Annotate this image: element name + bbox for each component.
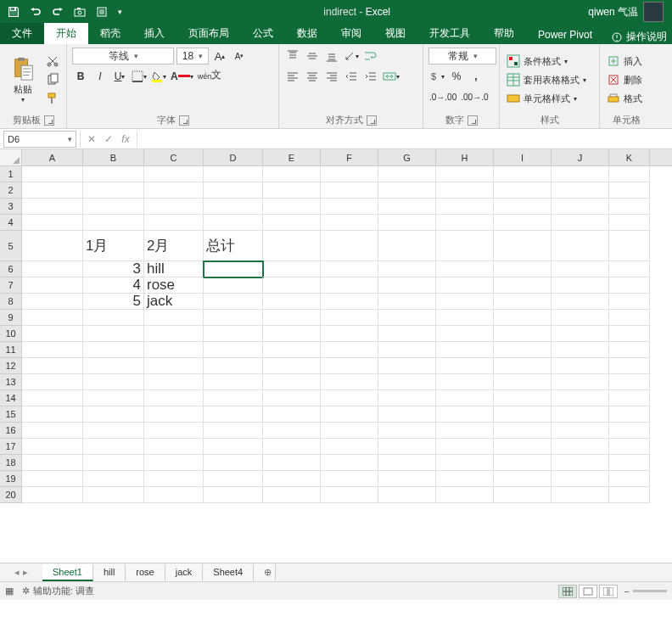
cell-A4[interactable] xyxy=(22,215,83,231)
row-header-18[interactable]: 18 xyxy=(0,455,22,471)
cell-G11[interactable] xyxy=(378,342,436,358)
cell-E20[interactable] xyxy=(263,487,321,503)
cell-A12[interactable] xyxy=(22,358,83,374)
currency-icon[interactable]: $▾ xyxy=(428,68,445,85)
merge-icon[interactable]: ▾ xyxy=(382,68,400,85)
cell-B8[interactable]: 5 xyxy=(83,294,144,310)
sheet-nav[interactable]: ◂ ▸ xyxy=(0,567,42,578)
cell-G4[interactable] xyxy=(378,215,436,231)
col-header-D[interactable]: D xyxy=(204,149,263,165)
cut-icon[interactable] xyxy=(44,53,61,70)
cell-D11[interactable] xyxy=(204,342,263,358)
cell-G15[interactable] xyxy=(378,406,436,423)
cell-G10[interactable] xyxy=(378,326,436,342)
cell-J1[interactable] xyxy=(552,166,609,182)
sheet-tab-hill[interactable]: hill xyxy=(93,564,126,581)
tell-me[interactable]: 操作说明 xyxy=(606,30,672,44)
cell-C20[interactable] xyxy=(144,487,204,503)
shrink-font-icon[interactable]: A▾ xyxy=(231,48,248,64)
redo-icon[interactable] xyxy=(48,2,68,22)
cell-F13[interactable] xyxy=(321,374,378,390)
cell-E14[interactable] xyxy=(263,390,321,406)
cell-H3[interactable] xyxy=(436,199,494,215)
cell-A17[interactable] xyxy=(22,439,83,455)
cell-K1[interactable] xyxy=(609,166,650,182)
cell-C9[interactable] xyxy=(144,310,204,326)
row-header-12[interactable]: 12 xyxy=(0,358,22,374)
cell-C12[interactable] xyxy=(144,358,204,374)
cell-F5[interactable] xyxy=(321,231,378,261)
cell-G20[interactable] xyxy=(378,487,436,503)
cell-C2[interactable] xyxy=(144,182,204,199)
cell-A16[interactable] xyxy=(22,423,83,439)
cell-J20[interactable] xyxy=(552,487,609,503)
cell-B5[interactable]: 1月 xyxy=(83,231,144,261)
cell-G12[interactable] xyxy=(378,358,436,374)
cell-E19[interactable] xyxy=(263,471,321,487)
col-header-K[interactable]: K xyxy=(609,149,650,165)
cell-H10[interactable] xyxy=(436,326,494,342)
cell-E7[interactable] xyxy=(263,277,321,294)
cell-B15[interactable] xyxy=(83,406,144,423)
cell-G6[interactable] xyxy=(378,261,436,277)
col-header-I[interactable]: I xyxy=(494,149,552,165)
col-header-E[interactable]: E xyxy=(263,149,321,165)
cell-C11[interactable] xyxy=(144,342,204,358)
row-header-13[interactable]: 13 xyxy=(0,374,22,390)
grow-font-icon[interactable]: A▴ xyxy=(211,48,228,64)
cell-I14[interactable] xyxy=(494,390,552,406)
copy-icon[interactable] xyxy=(44,71,61,88)
tab-开始[interactable]: 开始 xyxy=(44,23,88,44)
cell-B10[interactable] xyxy=(83,326,144,342)
touch-mode-icon[interactable] xyxy=(92,2,112,22)
sheet-tab-Sheet4[interactable]: Sheet4 xyxy=(203,564,254,581)
cell-B17[interactable] xyxy=(83,439,144,455)
cell-D5[interactable]: 总计 xyxy=(204,231,263,261)
cell-E16[interactable] xyxy=(263,423,321,439)
cell-G2[interactable] xyxy=(378,182,436,199)
cell-D10[interactable] xyxy=(204,326,263,342)
cell-C18[interactable] xyxy=(144,455,204,471)
cell-D6[interactable] xyxy=(204,261,263,277)
cell-B9[interactable] xyxy=(83,310,144,326)
wrap-text-icon[interactable] xyxy=(362,48,379,64)
cell-A6[interactable] xyxy=(22,261,83,277)
cell-C19[interactable] xyxy=(144,471,204,487)
qat-dropdown-icon[interactable]: ▾ xyxy=(114,2,126,22)
cell-E10[interactable] xyxy=(263,326,321,342)
col-header-J[interactable]: J xyxy=(552,149,609,165)
format-table-button[interactable]: 套用表格格式▾ xyxy=(505,71,588,88)
cell-B14[interactable] xyxy=(83,390,144,406)
normal-view-icon[interactable] xyxy=(558,585,577,598)
tab-公式[interactable]: 公式 xyxy=(241,23,285,44)
cell-F7[interactable] xyxy=(321,277,378,294)
cell-I2[interactable] xyxy=(494,182,552,199)
cell-G3[interactable] xyxy=(378,199,436,215)
cell-C6[interactable]: hill xyxy=(144,261,204,277)
tab-文件[interactable]: 文件 xyxy=(0,23,44,44)
cell-D12[interactable] xyxy=(204,358,263,374)
row-header-4[interactable]: 4 xyxy=(0,215,22,231)
cell-I15[interactable] xyxy=(494,406,552,423)
row-header-19[interactable]: 19 xyxy=(0,471,22,487)
cell-J18[interactable] xyxy=(552,455,609,471)
sheet-tab-jack[interactable]: jack xyxy=(165,564,204,581)
align-center-icon[interactable] xyxy=(304,68,321,85)
tab-数据[interactable]: 数据 xyxy=(285,23,329,44)
tab-稻壳[interactable]: 稻壳 xyxy=(88,23,132,44)
cell-J16[interactable] xyxy=(552,423,609,439)
zoom-control[interactable]: − xyxy=(624,586,667,597)
cell-K12[interactable] xyxy=(609,358,650,374)
cell-F12[interactable] xyxy=(321,358,378,374)
cell-C1[interactable] xyxy=(144,166,204,182)
align-bottom-icon[interactable] xyxy=(323,48,340,64)
align-middle-icon[interactable] xyxy=(304,48,321,64)
indent-increase-icon[interactable] xyxy=(362,68,379,85)
cell-E2[interactable] xyxy=(263,182,321,199)
cell-A18[interactable] xyxy=(22,455,83,471)
tab-插入[interactable]: 插入 xyxy=(132,23,176,44)
col-header-F[interactable]: F xyxy=(321,149,378,165)
cell-J10[interactable] xyxy=(552,326,609,342)
tab-开发工具[interactable]: 开发工具 xyxy=(417,23,482,44)
cell-K7[interactable] xyxy=(609,277,650,294)
